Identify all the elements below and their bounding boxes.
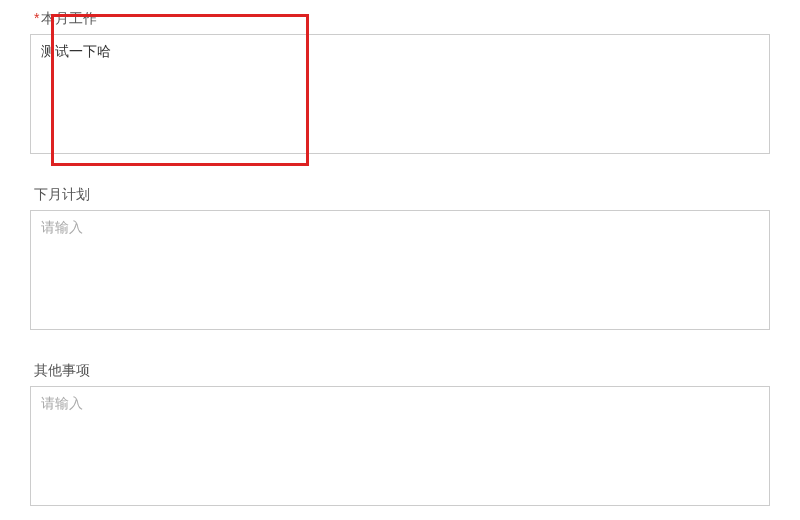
label-next-month-plan: 下月计划 (30, 186, 770, 204)
label-this-month-work: *本月工作 (30, 10, 770, 28)
field-next-month-plan: 下月计划 (30, 186, 770, 334)
field-other-items: 其他事项 (30, 362, 770, 510)
label-other-items: 其他事项 (30, 362, 770, 380)
required-asterisk: * (34, 10, 39, 26)
textarea-other-items[interactable] (30, 386, 770, 506)
textarea-next-month-plan[interactable] (30, 210, 770, 330)
field-this-month-work: *本月工作 (30, 10, 770, 158)
label-text-this-month: 本月工作 (41, 10, 97, 26)
textarea-this-month-work[interactable] (30, 34, 770, 154)
label-text-next-month: 下月计划 (34, 186, 90, 202)
label-text-other: 其他事项 (34, 362, 90, 378)
